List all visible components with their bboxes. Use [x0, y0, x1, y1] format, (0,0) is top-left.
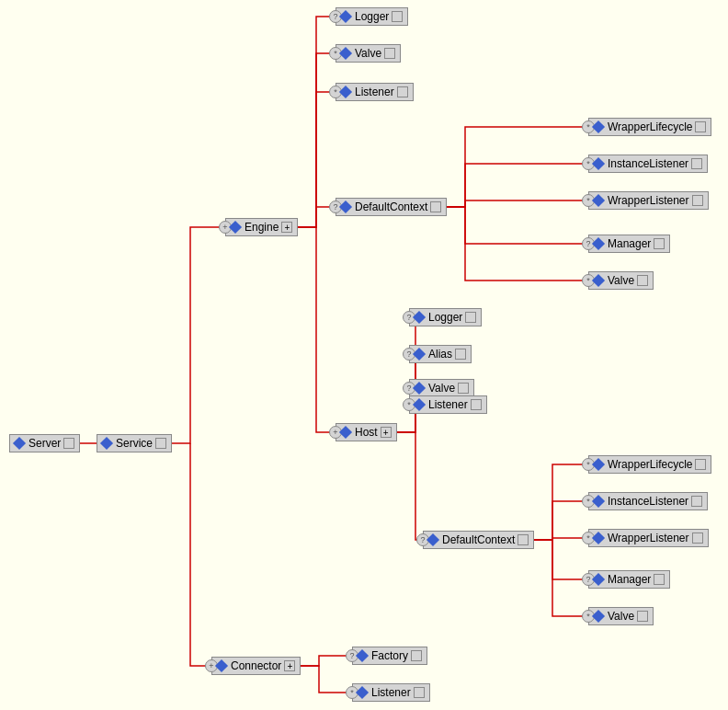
diamond-icon-connector: [215, 659, 228, 672]
node-logger2[interactable]: ?Logger: [409, 308, 482, 326]
diamond-icon-listener2: [413, 398, 426, 411]
node-label-host: Host: [355, 426, 378, 439]
diamond-icon-mgr1: [592, 237, 605, 250]
node-wl1[interactable]: *WrapperLifecycle: [588, 118, 711, 136]
collapse-icon-val3: [637, 611, 648, 622]
diamond-icon-il1: [592, 157, 605, 170]
collapse-icon-wlis1: [692, 195, 703, 206]
collapse-icon-il1: [691, 158, 702, 169]
collapse-icon-logger2: [465, 312, 476, 323]
diamond-icon-wl2: [592, 458, 605, 471]
diamond-icon-alias1: [413, 348, 426, 361]
collapse-icon-listener3: [414, 687, 425, 698]
collapse-icon-listener2: [471, 399, 482, 410]
node-label-wl2: WrapperLifecycle: [608, 458, 692, 471]
node-logger1[interactable]: ?Logger: [336, 7, 408, 26]
diamond-icon-logger1: [339, 10, 352, 23]
diamond-icon-server: [13, 437, 26, 450]
node-label-logger1: Logger: [355, 10, 389, 23]
diamond-icon-host: [339, 426, 352, 439]
collapse-icon-val2: [637, 275, 648, 286]
node-label-connector: Connector: [231, 659, 281, 672]
node-service[interactable]: Service: [97, 434, 172, 452]
node-label-valve1: Valve: [355, 47, 381, 60]
collapse-icon-valve1: [384, 48, 395, 59]
collapse-icon-mgr1: [654, 238, 665, 249]
node-wlis1[interactable]: *WrapperListener: [588, 191, 709, 210]
collapse-icon-wl2: [695, 459, 706, 470]
expand-icon-service[interactable]: [155, 438, 166, 449]
node-alias1[interactable]: ?Alias: [409, 345, 472, 363]
node-il2[interactable]: *InstanceListener: [588, 492, 708, 510]
node-listener3[interactable]: *Listener: [352, 683, 430, 702]
node-label-factory: Factory: [371, 649, 408, 662]
node-label-il2: InstanceListener: [608, 495, 688, 508]
node-label-service: Service: [116, 437, 153, 450]
node-label-val3: Valve: [608, 610, 634, 623]
collapse-icon-mgr2: [654, 574, 665, 585]
node-mgr2[interactable]: ?Manager: [588, 570, 670, 589]
node-label-il1: InstanceListener: [608, 157, 688, 170]
collapse-icon-logger1: [392, 11, 403, 22]
node-defctx1[interactable]: ?DefaultContext: [336, 198, 447, 216]
diamond-icon-engine: [229, 221, 242, 234]
diamond-icon-val3: [592, 610, 605, 623]
collapse-icon-listener1: [397, 86, 408, 97]
diamond-icon-wlis2: [592, 532, 605, 544]
expand-icon-engine[interactable]: +: [281, 222, 292, 233]
node-label-engine: Engine: [245, 221, 279, 234]
expand-icon-defctx1[interactable]: [430, 201, 441, 212]
node-wlis2[interactable]: *WrapperListener: [588, 529, 709, 547]
node-label-mgr1: Manager: [608, 237, 651, 250]
diamond-icon-wlis1: [592, 194, 605, 207]
node-val2[interactable]: *Valve: [588, 271, 654, 290]
node-val3[interactable]: *Valve: [588, 607, 654, 625]
node-label-alias1: Alias: [428, 348, 452, 361]
node-host[interactable]: +Host+: [336, 423, 397, 441]
node-label-defctx1: DefaultContext: [355, 200, 427, 213]
node-server[interactable]: Server: [9, 434, 80, 452]
node-valve1[interactable]: *Valve: [336, 44, 401, 63]
diagram: ServerService+Engine+?Logger*Valve*Liste…: [0, 0, 728, 710]
diamond-icon-valve1: [339, 47, 352, 60]
node-label-listener2: Listener: [428, 398, 468, 411]
collapse-icon-wlis2: [692, 532, 703, 544]
diamond-icon-defctx2: [427, 533, 439, 546]
node-listener1[interactable]: *Listener: [336, 83, 414, 101]
node-valve3[interactable]: ?Valve: [409, 379, 474, 397]
node-listener2[interactable]: *Listener: [409, 395, 487, 414]
node-defctx2[interactable]: ?DefaultContext: [423, 531, 534, 549]
diamond-icon-logger2: [413, 311, 426, 324]
node-engine[interactable]: +Engine+: [225, 218, 298, 236]
node-label-server: Server: [28, 437, 61, 450]
node-label-mgr2: Manager: [608, 573, 651, 586]
node-label-logger2: Logger: [428, 311, 462, 324]
collapse-icon-factory: [411, 650, 422, 661]
expand-icon-connector[interactable]: +: [284, 660, 295, 671]
node-label-wlis2: WrapperListener: [608, 532, 689, 544]
node-label-wlis1: WrapperListener: [608, 194, 689, 207]
node-connector[interactable]: +Connector+: [211, 657, 301, 675]
diamond-icon-il2: [592, 495, 605, 508]
node-mgr1[interactable]: ?Manager: [588, 235, 670, 253]
connection-lines: [0, 0, 728, 710]
expand-icon-server[interactable]: [63, 438, 74, 449]
diamond-icon-mgr2: [592, 573, 605, 586]
collapse-icon-il2: [691, 496, 702, 507]
diamond-icon-factory: [356, 649, 369, 662]
node-label-listener3: Listener: [371, 686, 411, 699]
diamond-icon-listener1: [339, 86, 352, 98]
node-label-wl1: WrapperLifecycle: [608, 120, 692, 133]
node-il1[interactable]: *InstanceListener: [588, 155, 708, 173]
node-label-val2: Valve: [608, 274, 634, 287]
node-wl2[interactable]: *WrapperLifecycle: [588, 455, 711, 474]
diamond-icon-service: [100, 437, 113, 450]
node-label-defctx2: DefaultContext: [442, 533, 515, 546]
collapse-icon-alias1: [455, 349, 466, 360]
diamond-icon-listener3: [356, 686, 369, 699]
expand-icon-host[interactable]: +: [381, 427, 392, 438]
node-factory[interactable]: ?Factory: [352, 647, 427, 665]
diamond-icon-valve3: [413, 382, 426, 395]
expand-icon-defctx2[interactable]: [518, 534, 529, 545]
node-label-valve3: Valve: [428, 382, 455, 395]
